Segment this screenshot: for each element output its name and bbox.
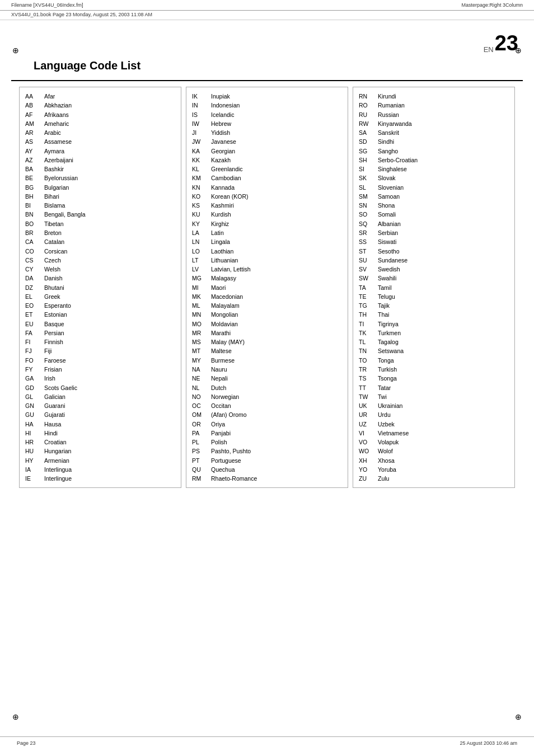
lang-name: Portuguese — [211, 456, 241, 465]
lang-row: HRCroatian — [25, 438, 175, 447]
lang-name: Russian — [378, 110, 399, 119]
lang-row: SHSerbo-Croatian — [359, 156, 509, 165]
lang-row: RORumanian — [359, 101, 509, 110]
lang-row: HIHindi — [25, 429, 175, 438]
lang-code: EU — [25, 320, 41, 328]
lang-name: Hungarian — [44, 447, 71, 456]
lang-name: Bihari — [44, 192, 59, 201]
lang-row: KMCambodian — [192, 173, 342, 182]
lang-row: MIMaori — [192, 283, 342, 292]
lang-row: VOVolapuk — [359, 438, 509, 447]
lang-name: Greek — [44, 292, 60, 301]
lang-row: OCOccitan — [192, 401, 342, 410]
lang-code: TG — [359, 301, 374, 310]
lang-code: LV — [192, 265, 208, 274]
lang-code: TI — [359, 320, 374, 328]
lang-name: Shona — [378, 201, 395, 210]
lang-name: Tsonga — [378, 374, 397, 383]
lang-code: VO — [359, 438, 374, 447]
lang-code: TS — [359, 374, 374, 383]
lang-code: IK — [192, 92, 208, 101]
lang-name: Setswana — [378, 346, 404, 355]
lang-row: JIYiddish — [192, 128, 342, 137]
lang-name: Maltese — [211, 346, 232, 355]
lang-name: Xhosa — [378, 456, 395, 465]
lang-code: JW — [192, 137, 208, 146]
lang-row: MOMoldavian — [192, 320, 342, 328]
lang-code: IE — [25, 474, 41, 483]
lang-row: SMSamoan — [359, 192, 509, 201]
lang-code: TW — [359, 392, 374, 401]
lang-row: MLMalayalam — [192, 301, 342, 310]
lang-code: TT — [359, 383, 374, 392]
content-area: AAAfarABAbkhazianAFAfrikaansAMAmeharicAR… — [0, 81, 534, 494]
lang-code: AR — [25, 128, 41, 137]
lang-name: Maori — [211, 283, 226, 292]
lang-code: KO — [192, 192, 208, 201]
lang-code: BG — [25, 183, 41, 192]
lang-name: Norwegian — [211, 392, 239, 401]
lang-code: BE — [25, 173, 41, 182]
lang-code: HU — [25, 447, 41, 456]
lang-name: Samoan — [378, 192, 400, 201]
lang-table-col2: IKInupiakINIndonesianISIcelandicIWHebrew… — [186, 87, 348, 488]
lang-name: Bashkir — [44, 165, 64, 173]
lang-code: SN — [359, 201, 374, 210]
lang-code: FJ — [25, 346, 41, 355]
lang-code: SH — [359, 156, 374, 165]
lang-code: TA — [359, 283, 374, 292]
lang-code: GD — [25, 383, 41, 392]
lang-row: SGSangho — [359, 147, 509, 156]
lang-name: Volapuk — [378, 438, 399, 447]
lang-row: LVLatvian, Lettish — [192, 265, 342, 274]
lang-name: Mongolian — [211, 310, 238, 319]
lang-name: Ukrainian — [378, 401, 402, 410]
lang-name: Tatar — [378, 383, 391, 392]
lang-code: SA — [359, 128, 374, 137]
lang-row: TLTagalog — [359, 337, 509, 346]
lang-row: OM(Afan) Oromo — [192, 410, 342, 419]
lang-code: SO — [359, 210, 374, 219]
lang-code: IW — [192, 119, 208, 128]
lang-row: ASAssamese — [25, 137, 175, 146]
lang-name: Aymara — [44, 147, 64, 156]
lang-code: TR — [359, 365, 374, 374]
lang-row: XHXhosa — [359, 456, 509, 465]
lang-code: RN — [359, 92, 374, 101]
lang-code: AA — [25, 92, 41, 101]
lang-code: FY — [25, 365, 41, 374]
lang-name: Siswati — [378, 237, 396, 246]
lang-row: BHBihari — [25, 192, 175, 201]
lang-name: Yiddish — [211, 128, 230, 137]
lang-code: TE — [359, 292, 374, 301]
lang-row: NENepali — [192, 374, 342, 383]
lang-name: Slovak — [378, 173, 396, 182]
lang-code: IS — [192, 110, 208, 119]
lang-row: TETelugu — [359, 292, 509, 301]
lang-name: Serbo-Croatian — [378, 156, 418, 165]
lang-row: JWJavanese — [192, 137, 342, 146]
lang-row: NONorwegian — [192, 392, 342, 401]
lang-name: Frisian — [44, 365, 62, 374]
lang-code: CY — [25, 265, 41, 274]
lang-code: BH — [25, 192, 41, 201]
lang-row: URUrdu — [359, 410, 509, 419]
lang-name: Afar — [44, 92, 55, 101]
lang-row: HYArmenian — [25, 456, 175, 465]
lang-row: KUKurdish — [192, 210, 342, 219]
lang-row: AYAymara — [25, 147, 175, 156]
lang-code: WO — [359, 447, 374, 456]
lang-code: DZ — [25, 283, 41, 292]
lang-row: RMRhaeto-Romance — [192, 474, 342, 483]
lang-name: Sangho — [378, 147, 398, 156]
lang-code: SD — [359, 137, 374, 146]
lang-row: AFAfrikaans — [25, 110, 175, 119]
lang-code: ST — [359, 247, 374, 256]
lang-code: MG — [192, 274, 208, 283]
lang-row: CACatalan — [25, 237, 175, 246]
lang-code: MO — [192, 320, 208, 328]
lang-name: Polish — [211, 438, 227, 447]
lang-name: Cambodian — [211, 173, 241, 182]
lang-row: PSPashto, Pushto — [192, 447, 342, 456]
lang-name: Vietnamese — [378, 429, 409, 438]
